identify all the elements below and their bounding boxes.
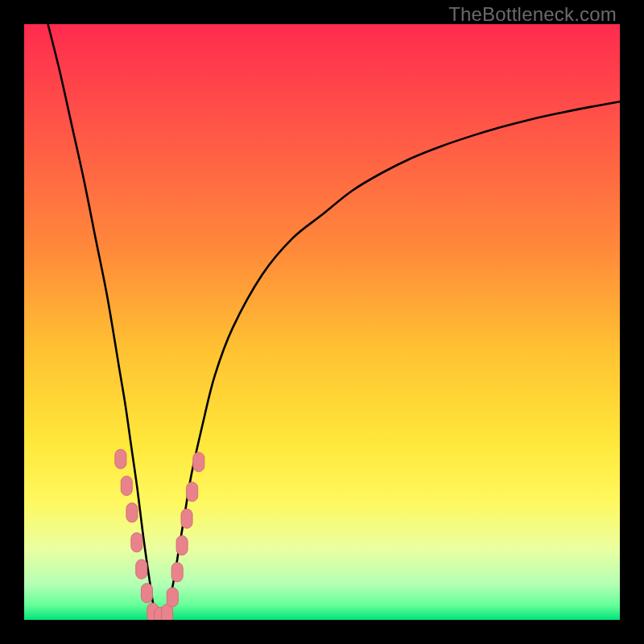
marker-point	[131, 533, 142, 552]
marker-point	[136, 559, 147, 579]
marker-point	[121, 477, 132, 496]
chart-frame: TheBottleneck.com	[0, 0, 644, 644]
marker-point	[193, 452, 204, 472]
marker-point	[115, 449, 126, 469]
marker-point	[167, 588, 178, 607]
bottleneck-curve	[48, 24, 620, 617]
curve-layer	[24, 24, 620, 620]
marker-point	[176, 536, 188, 555]
marker-point	[187, 482, 198, 502]
marker-point	[141, 584, 152, 603]
marker-point	[181, 509, 192, 528]
marker-point	[126, 503, 138, 522]
watermark-text: TheBottleneck.com	[448, 3, 617, 26]
plot-area	[24, 24, 620, 620]
marker-point	[171, 563, 183, 582]
